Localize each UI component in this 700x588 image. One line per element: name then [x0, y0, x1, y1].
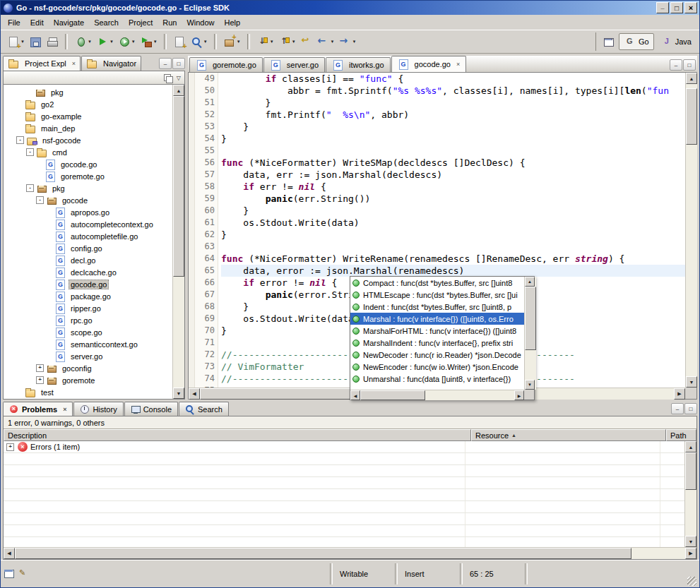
dropdown-arrow-icon[interactable]: ▼: [88, 40, 92, 44]
tree-item-pkg[interactable]: -pkg: [4, 182, 172, 194]
open-perspective-button[interactable]: [600, 33, 617, 50]
minimize-view-icon[interactable]: –: [159, 58, 172, 69]
dropdown-arrow-icon[interactable]: ▼: [331, 40, 335, 44]
title-bar[interactable]: Go - nsf-gocode/src/pkg/gocode/gocode.go…: [1, 1, 699, 15]
tree-item-goremote.go[interactable]: goremote.go: [4, 170, 172, 182]
column-header-path[interactable]: Path: [666, 429, 696, 441]
tab-console[interactable]: Console: [124, 402, 178, 416]
view-menu-icon[interactable]: ▽: [177, 75, 181, 81]
tree-item-goconfig[interactable]: +goconfig: [4, 362, 172, 374]
table-row[interactable]: [4, 489, 684, 501]
close-button[interactable]: [684, 2, 697, 13]
code-line[interactable]: if err != nil {: [221, 181, 685, 193]
perspective-go[interactable]: Go: [619, 33, 654, 50]
editor-vscroll-thumb[interactable]: [686, 88, 697, 145]
table-row[interactable]: [4, 525, 684, 537]
tree-scroll-thumb[interactable]: [173, 96, 184, 277]
scroll-up-icon[interactable]: ▲: [173, 85, 184, 96]
view-tab-project-expl[interactable]: Project Expl×: [3, 56, 81, 71]
minimize-view-icon[interactable]: –: [671, 403, 684, 414]
dropdown-arrow-icon[interactable]: ▼: [270, 40, 274, 44]
resize-grip[interactable]: [687, 577, 696, 586]
close-icon[interactable]: ×: [456, 61, 460, 68]
code-line[interactable]: panic(err.String()): [221, 193, 685, 205]
tree-item-test[interactable]: test: [4, 386, 172, 398]
minimize-button[interactable]: [656, 2, 669, 13]
tab-history[interactable]: History: [73, 402, 123, 416]
previous-annotation-button[interactable]: ▼: [276, 33, 298, 50]
code-line[interactable]: abbr = fmt.Sprintf("%s %s%s", classes[i]…: [221, 85, 685, 97]
run-button[interactable]: ▼: [94, 33, 116, 50]
scroll-down-icon[interactable]: ▼: [686, 376, 697, 388]
menu-search[interactable]: Search: [89, 16, 124, 29]
code-line[interactable]: func (*NiceFormatter) WriteRename(rename…: [221, 253, 685, 265]
code-line[interactable]: }: [221, 121, 685, 133]
popup-horizontal-scrollbar[interactable]: ◀ ▶: [350, 390, 524, 400]
scroll-right-icon[interactable]: ▶: [674, 388, 685, 400]
debug-button[interactable]: ▼: [72, 33, 94, 50]
code-line[interactable]: }: [221, 133, 685, 145]
code-line[interactable]: }: [221, 97, 685, 109]
dropdown-arrow-icon[interactable]: ▼: [203, 40, 208, 44]
tree-item-go-example[interactable]: go-example: [4, 110, 172, 122]
forward-button[interactable]: ▼: [337, 33, 359, 50]
menu-run[interactable]: Run: [158, 16, 182, 29]
save-button[interactable]: [27, 33, 44, 50]
editor-tab-goremote.go[interactable]: goremote.go: [189, 57, 263, 72]
popup-vscroll-thumb[interactable]: [525, 287, 536, 350]
table-row[interactable]: [4, 537, 684, 547]
table-row[interactable]: +Errors (1 item): [4, 441, 684, 453]
tab-search[interactable]: Search: [179, 402, 229, 416]
completion-item[interactable]: MarshalForHTML : func(v interface{}) ([]…: [350, 325, 524, 337]
editor-vscroll-track[interactable]: [686, 84, 697, 376]
last-edit-location-button[interactable]: [298, 33, 315, 50]
tree-collapse-icon[interactable]: -: [36, 196, 44, 204]
tree-item-gocode[interactable]: -gocode: [4, 194, 172, 206]
menu-navigate[interactable]: Navigate: [49, 16, 89, 29]
scroll-down-icon[interactable]: ▼: [525, 380, 535, 390]
popup-hscroll-track[interactable]: [360, 390, 514, 400]
tree-vertical-scrollbar[interactable]: ▲ ▼: [172, 85, 184, 399]
editor-tab-itworks.go[interactable]: itworks.go: [326, 57, 391, 72]
external-tools-button[interactable]: ▼: [138, 33, 160, 50]
tree-collapse-icon[interactable]: -: [26, 184, 34, 192]
tree-item-autocompletecontext.go[interactable]: autocompletecontext.go: [4, 218, 172, 230]
tree-item-main_dep[interactable]: main_dep: [4, 122, 172, 134]
tree-item-pkg[interactable]: pkg: [4, 86, 172, 98]
tree-item-nsf-gocode[interactable]: -nsf-gocode: [4, 134, 172, 146]
dropdown-arrow-icon[interactable]: ▼: [131, 40, 136, 44]
scroll-up-icon[interactable]: ▲: [525, 277, 535, 287]
tree-item-ripper.go[interactable]: ripper.go: [4, 302, 172, 314]
tree-item-gocode.go[interactable]: gocode.go: [4, 158, 172, 170]
popup-vertical-scrollbar[interactable]: ▲ ▼: [524, 277, 536, 390]
problems-vscroll-thumb[interactable]: [685, 452, 696, 490]
tree-item-declcache.go[interactable]: declcache.go: [4, 266, 172, 278]
menu-help[interactable]: Help: [220, 16, 246, 29]
code-line[interactable]: fmt.Printf(" %s\n", abbr): [221, 109, 685, 121]
collapse-all-icon[interactable]: [164, 74, 172, 82]
menu-project[interactable]: Project: [124, 16, 158, 29]
popup-vscroll-track[interactable]: [525, 287, 536, 380]
tree-item-server.go[interactable]: server.go: [4, 350, 172, 362]
popup-hscroll-thumb[interactable]: [360, 390, 425, 400]
table-row[interactable]: [4, 501, 684, 513]
menu-window[interactable]: Window: [182, 16, 219, 29]
tree-item-config.go[interactable]: config.go: [4, 242, 172, 254]
tree-item-scope.go[interactable]: scope.go: [4, 326, 172, 338]
problems-hscroll-thumb[interactable]: [15, 548, 631, 559]
run-last-launched-button[interactable]: ▼: [116, 33, 138, 50]
tree-scroll-track[interactable]: [173, 96, 184, 388]
tree-expand-icon[interactable]: +: [6, 443, 14, 451]
maximize-view-icon[interactable]: □: [683, 59, 696, 71]
next-annotation-button[interactable]: ▼: [254, 33, 276, 50]
scroll-left-icon[interactable]: ◀: [4, 548, 15, 559]
completion-item[interactable]: Indent : func(dst *bytes.Buffer, src []u…: [350, 301, 524, 313]
dropdown-arrow-icon[interactable]: ▼: [352, 40, 357, 44]
search-button[interactable]: ▼: [188, 33, 210, 50]
table-row[interactable]: [4, 465, 684, 477]
dropdown-arrow-icon[interactable]: ▼: [237, 40, 241, 44]
close-icon[interactable]: ×: [72, 60, 76, 67]
view-tab-navigator[interactable]: Navigator: [81, 56, 141, 71]
tree-item-semanticcontext.go[interactable]: semanticcontext.go: [4, 338, 172, 350]
table-row[interactable]: [4, 477, 684, 489]
